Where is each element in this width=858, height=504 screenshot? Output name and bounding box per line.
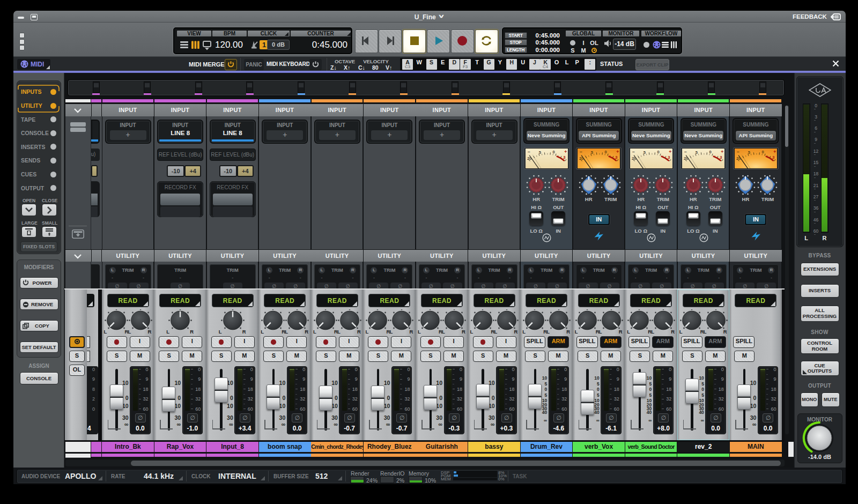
svg-text:3: 3 <box>720 154 722 159</box>
svg-text:+: + <box>616 149 619 154</box>
svg-text:3: 3 <box>563 154 565 159</box>
svg-text:0: 0 <box>605 150 607 154</box>
svg-text:3: 3 <box>668 154 670 159</box>
svg-text:0: 0 <box>657 150 659 154</box>
svg-text:−: − <box>580 149 582 154</box>
svg-text:+: + <box>773 149 776 154</box>
svg-text:20: 20 <box>579 155 583 160</box>
svg-text:5: 5 <box>538 150 541 155</box>
svg-text:5: 5 <box>748 150 750 155</box>
svg-text:−: − <box>528 149 530 154</box>
svg-text:+: + <box>564 149 567 154</box>
svg-text:0: 0 <box>761 150 764 154</box>
svg-text:0: 0 <box>552 150 554 154</box>
svg-text:3: 3 <box>772 154 774 159</box>
svg-text:20: 20 <box>632 155 636 160</box>
svg-text:20: 20 <box>736 155 741 160</box>
svg-text:5: 5 <box>696 150 698 155</box>
svg-text:−: − <box>684 149 687 154</box>
svg-text:−: − <box>632 149 635 154</box>
svg-text:3: 3 <box>616 154 618 159</box>
svg-text:0: 0 <box>709 150 712 154</box>
svg-text:20: 20 <box>527 155 531 160</box>
svg-text:5: 5 <box>644 150 646 155</box>
svg-text:+: + <box>669 149 671 154</box>
svg-text:−: − <box>737 149 739 154</box>
svg-text:+: + <box>721 149 724 154</box>
svg-text:20: 20 <box>684 155 688 160</box>
svg-text:5: 5 <box>591 150 593 155</box>
